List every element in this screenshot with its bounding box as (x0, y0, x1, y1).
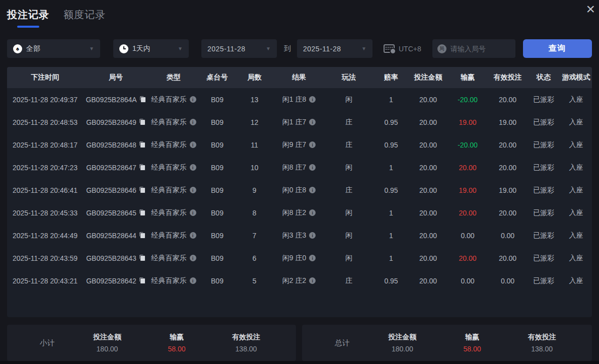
copy-icon[interactable] (139, 209, 145, 216)
table-row: 2025-11-28 20:44:49 GB0925B28644 经典百家乐 i… (7, 224, 592, 247)
valid-bet-cell: 19.00 (488, 186, 527, 194)
round-id-text: GB0925B28643 (86, 254, 136, 262)
game-type-text: 经典百家乐 (152, 163, 187, 172)
close-icon[interactable]: × (586, 0, 595, 18)
valid-bet-label: 有效投注 (211, 333, 281, 342)
column-header: 游戏模式 (560, 73, 592, 82)
info-icon[interactable]: i (190, 209, 196, 216)
bottom-edge-strip (0, 361, 599, 364)
game-type-value: 全部 (26, 44, 40, 53)
valid-bet-cell: 20.00 (488, 141, 527, 149)
odds-cell: 0.95 (373, 118, 409, 126)
game-type-select[interactable]: ♠ 全部 ▼ (7, 39, 100, 58)
info-icon[interactable]: i (309, 141, 316, 148)
copy-icon[interactable] (139, 255, 145, 261)
info-icon[interactable]: i (190, 232, 196, 239)
copy-icon[interactable] (139, 164, 145, 171)
table-no-cell: B09 (199, 118, 236, 126)
info-icon[interactable]: i (190, 141, 196, 148)
round-no-cell: 12 (236, 118, 273, 126)
bet-amount-label: 投注金额 (72, 333, 142, 342)
win-loss-cell: 20.00 (447, 254, 488, 262)
info-icon[interactable]: i (309, 164, 316, 171)
info-icon[interactable]: i (190, 119, 196, 125)
table-row: 2025-11-28 20:47:23 GB0925B28647 经典百家乐 i… (7, 156, 592, 179)
info-icon[interactable]: i (190, 96, 196, 103)
round-search-input[interactable] (451, 45, 510, 53)
info-icon[interactable]: i (309, 209, 316, 216)
subtotal-valid-value: 138.00 (211, 345, 281, 353)
subtotal-win-stat: 输赢 58.00 (142, 333, 211, 353)
copy-icon[interactable] (139, 232, 145, 239)
info-icon[interactable]: i (309, 255, 316, 261)
valid-bet-cell: 20.00 (488, 96, 527, 104)
tab-quota-records[interactable]: 额度记录 (63, 8, 106, 22)
info-icon[interactable]: i (190, 187, 196, 193)
titlebar: 投注记录 额度记录 × (0, 0, 599, 31)
bet-time-cell: 2025-11-28 20:48:17 (7, 141, 83, 149)
table-row: 2025-11-28 20:45:33 GB0925B28645 经典百家乐 i… (7, 201, 592, 224)
column-header: 局数 (236, 73, 273, 82)
info-icon[interactable]: i (309, 187, 316, 193)
spade-icon: ♠ (13, 44, 22, 53)
info-icon[interactable]: i (190, 255, 196, 261)
copy-icon[interactable] (139, 187, 145, 193)
info-icon[interactable]: i (309, 119, 316, 125)
game-type-cell: 经典百家乐 i (148, 231, 199, 240)
odds-cell: 1 (373, 254, 409, 262)
query-button[interactable]: 查询 (523, 39, 592, 58)
status-cell: 已派彩 (527, 163, 560, 172)
copy-icon[interactable] (139, 277, 145, 284)
valid-bet-cell: 19.00 (488, 118, 527, 126)
round-id-cell: GB0925B28642 (83, 277, 148, 285)
total-valid-value: 138.00 (507, 345, 577, 353)
total-win-value: 58.00 (437, 345, 507, 353)
date-to-select[interactable]: 2025-11-28 ▼ (297, 39, 372, 58)
info-icon[interactable]: i (309, 277, 316, 284)
total-bet-value: 180.00 (367, 345, 437, 353)
time-range-select[interactable]: 1天内 ▼ (113, 39, 189, 58)
game-type-text: 经典百家乐 (152, 254, 187, 263)
clock-icon (119, 44, 128, 53)
info-icon[interactable]: i (309, 232, 316, 239)
copy-icon[interactable] (139, 141, 145, 148)
round-search-box: 局 (432, 39, 515, 58)
table-body: 2025-11-28 20:49:37 GB0925B2864A 经典百家乐 i… (7, 88, 592, 292)
game-type-text: 经典百家乐 (152, 118, 187, 127)
bet-amount-cell: 20.00 (409, 209, 447, 217)
game-type-text: 经典百家乐 (152, 208, 187, 217)
play-cell: 闲 (325, 208, 373, 217)
play-cell: 庄 (325, 140, 373, 150)
round-id-text: GB0925B28648 (86, 141, 136, 149)
result-cell: 闲9 庄0 i (273, 254, 325, 263)
tab-bar: 投注记录 额度记录 (7, 8, 592, 28)
game-type-cell: 经典百家乐 i (148, 118, 199, 127)
copy-icon[interactable] (139, 119, 145, 125)
date-from-select[interactable]: 2025-11-28 ▼ (201, 39, 277, 58)
column-header: 投注金额 (409, 73, 447, 82)
bet-amount-cell: 20.00 (409, 118, 447, 126)
info-icon[interactable]: i (190, 164, 196, 171)
bet-amount-cell: 20.00 (409, 164, 447, 172)
table-no-cell: B09 (199, 277, 236, 285)
info-icon[interactable]: i (309, 96, 316, 103)
game-type-cell: 经典百家乐 i (148, 140, 199, 150)
round-id-cell: GB0925B28645 (83, 209, 148, 217)
bet-amount-cell: 20.00 (409, 277, 447, 285)
column-header: 状态 (527, 73, 560, 82)
round-id-cell: GB0925B28646 (83, 186, 148, 194)
tab-quota-records-label: 额度记录 (63, 9, 106, 20)
result-cell: 闲2 庄2 i (273, 276, 325, 285)
column-header: 局号 (83, 73, 148, 82)
info-icon[interactable]: i (190, 277, 196, 284)
round-id-cell: GB0925B28643 (83, 254, 148, 262)
timezone-indicator[interactable]: UTC+8 (384, 44, 421, 53)
result-cell: 闲1 庄7 i (273, 118, 325, 127)
bet-amount-cell: 20.00 (409, 141, 447, 149)
column-header: 赔率 (373, 73, 409, 82)
round-no-cell: 5 (236, 277, 273, 285)
game-type-cell: 经典百家乐 i (148, 95, 199, 104)
tab-betting-records[interactable]: 投注记录 (7, 8, 49, 28)
win-loss-cell: 20.00 (447, 209, 488, 217)
copy-icon[interactable] (140, 96, 146, 103)
